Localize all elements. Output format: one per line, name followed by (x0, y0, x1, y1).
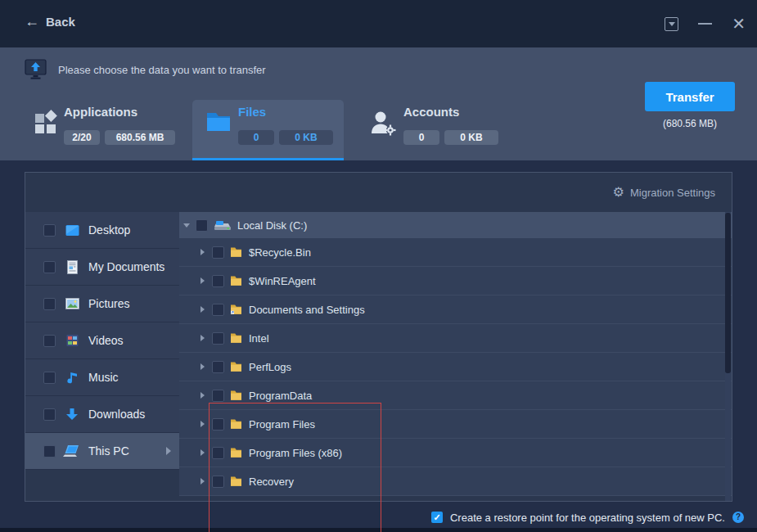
checkbox[interactable] (212, 304, 224, 316)
header-message-text: Please choose the data you want to trans… (58, 64, 266, 76)
tree-row-winreagent[interactable]: $WinREAgent (179, 267, 732, 295)
checkbox[interactable] (212, 332, 224, 345)
tree-row-program-files-x86[interactable]: Program Files (x86) (179, 439, 732, 467)
back-arrow-icon: ← (25, 14, 39, 29)
sidebar-item-music[interactable]: Music (25, 359, 179, 396)
restore-point-label: Create a restore point for the operating… (450, 512, 725, 524)
tab-applications[interactable]: Applications 2/20 680.56 MB (25, 100, 188, 160)
sidebar-item-this-pc[interactable]: This PC (25, 433, 179, 470)
sidebar: DesktopMy DocumentsPicturesVideosMusicDo… (25, 212, 179, 501)
window-controls: ✕ (665, 0, 746, 47)
checkbox[interactable] (212, 246, 224, 259)
transfer-button[interactable]: Transfer (645, 82, 735, 111)
tab-applications-label: Applications (64, 105, 137, 119)
sidebar-item-downloads[interactable]: Downloads (25, 396, 179, 433)
expander-right-icon[interactable] (201, 449, 205, 456)
tree-row-perflogs[interactable]: PerfLogs (179, 353, 732, 381)
checkbox[interactable] (212, 390, 224, 402)
documents-icon (63, 260, 81, 274)
expander-right-icon[interactable] (201, 335, 205, 341)
folder-icon (229, 331, 243, 345)
checkbox[interactable] (196, 219, 208, 232)
close-icon[interactable]: ✕ (732, 16, 746, 32)
tree-row-label: Documents and Settings (249, 304, 365, 316)
titlebar: ← Back ✕ (0, 0, 757, 47)
tree-root-local-disk-c[interactable]: Local Disk (C:) (179, 212, 732, 238)
checkbox[interactable] (43, 372, 56, 384)
checkbox[interactable] (212, 418, 224, 431)
tree-row-label: Program Files (x86) (249, 447, 342, 459)
tab-files-size: 0 KB (279, 130, 333, 145)
tree-row-recycle-bin[interactable]: $Recycle.Bin (179, 238, 732, 267)
tree-row-intel[interactable]: Intel (179, 324, 732, 353)
folder-shortcut-icon (229, 303, 243, 317)
tree-row-label: PerfLogs (249, 361, 291, 373)
sidebar-item-my-documents[interactable]: My Documents (25, 249, 179, 286)
expander-right-icon[interactable] (201, 277, 205, 284)
tree-row-label: Program Files (249, 418, 315, 431)
checkbox[interactable] (43, 445, 56, 458)
sidebar-item-videos[interactable]: Videos (25, 322, 179, 359)
tree-row-program-files[interactable]: Program Files (179, 410, 732, 439)
sidebar-item-label: My Documents (88, 260, 164, 273)
tab-files-label: Files (238, 105, 266, 119)
chevron-right-icon (166, 447, 171, 455)
tab-accounts-label: Accounts (403, 105, 459, 119)
restore-point-checkbox[interactable]: ✓ (431, 512, 443, 523)
expander-right-icon[interactable] (201, 421, 205, 427)
checkbox[interactable] (212, 361, 224, 373)
videos-icon (63, 334, 81, 348)
header-message: Please choose the data you want to trans… (25, 59, 266, 80)
checkbox[interactable] (43, 298, 56, 310)
checkbox[interactable] (212, 275, 224, 287)
tree-row-programdata[interactable]: ProgramData (179, 381, 732, 410)
expander-down-icon[interactable] (183, 223, 190, 228)
gear-icon: ⚙ (613, 186, 624, 199)
tab-accounts[interactable]: Accounts 0 0 KB (364, 100, 524, 160)
help-icon[interactable]: ? (732, 512, 744, 523)
tree-root-label: Local Disk (C:) (237, 219, 307, 232)
blue-folder-icon (205, 108, 232, 136)
apps-grid-icon (33, 110, 59, 136)
sidebar-item-label: Pictures (88, 297, 130, 310)
tree-row-recovery[interactable]: Recovery (179, 467, 732, 496)
tab-files[interactable]: Files 0 0 KB (192, 100, 344, 160)
tree-row-label: Intel (249, 332, 269, 345)
tree-row-documents-and-settings[interactable]: Documents and Settings (179, 295, 732, 324)
expander-right-icon[interactable] (201, 306, 205, 313)
sidebar-item-label: Music (88, 371, 119, 384)
user-gear-icon (369, 110, 397, 136)
checkbox[interactable] (43, 224, 56, 237)
checkbox[interactable] (43, 261, 56, 273)
tab-files-count: 0 (238, 130, 274, 145)
scrollbar[interactable] (725, 212, 731, 501)
checkbox[interactable] (212, 447, 224, 459)
expander-right-icon[interactable] (201, 478, 205, 485)
tree-row-label: $Recycle.Bin (249, 246, 311, 259)
sidebar-item-pictures[interactable]: Pictures (25, 286, 179, 322)
checkbox[interactable] (43, 335, 56, 347)
tab-applications-size: 680.56 MB (105, 130, 175, 145)
scrollbar-thumb[interactable] (725, 213, 731, 373)
tree-row-label: ProgramData (249, 390, 312, 402)
sidebar-item-desktop[interactable]: Desktop (25, 212, 179, 249)
folder-tree: Local Disk (C:) $Recycle.Bin$WinREAgentD… (179, 212, 732, 501)
expander-right-icon[interactable] (201, 392, 205, 399)
folder-icon (229, 360, 243, 374)
tab-accounts-count: 0 (403, 130, 439, 145)
checkbox[interactable] (212, 476, 224, 488)
sidebar-item-label: Downloads (88, 408, 145, 421)
desktop-icon (63, 223, 81, 237)
folder-icon (229, 446, 243, 460)
dropdown-menu-icon[interactable] (665, 17, 678, 31)
back-button[interactable]: ← Back (25, 14, 75, 29)
expander-right-icon[interactable] (201, 249, 205, 255)
sidebar-item-label: Videos (88, 334, 124, 347)
pictures-icon (63, 297, 81, 311)
expander-right-icon[interactable] (201, 363, 205, 370)
migration-settings-button[interactable]: Migration Settings (630, 187, 715, 199)
checkbox[interactable] (43, 408, 56, 421)
tree-row-label: Recovery (249, 476, 294, 488)
tree-rows: $Recycle.Bin$WinREAgentDocuments and Set… (179, 238, 732, 496)
minimize-icon[interactable] (698, 23, 712, 25)
